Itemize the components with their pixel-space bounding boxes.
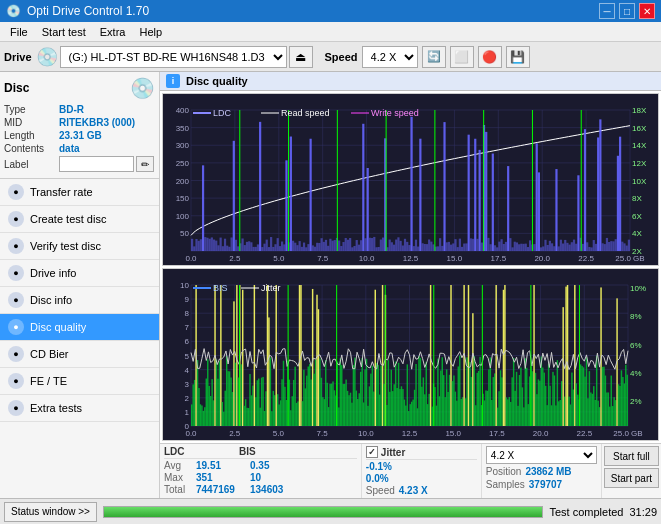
- nav-label-verify-test-disc: Verify test disc: [30, 240, 101, 252]
- menu-help[interactable]: Help: [133, 25, 168, 39]
- lower-chart-canvas: [163, 269, 658, 440]
- menubar: File Start test Extra Help: [0, 22, 661, 42]
- speed-stat-label: Speed: [366, 485, 395, 496]
- drive-select[interactable]: (G:) HL-DT-ST BD-RE WH16NS48 1.D3: [60, 46, 287, 68]
- disc-mid-label: MID: [4, 117, 59, 128]
- total-label: Total: [164, 484, 192, 495]
- bis-avg: 0.35: [250, 460, 290, 471]
- disc-header: Disc 💿: [4, 76, 155, 100]
- samples-label: Samples: [486, 479, 525, 490]
- speed-select[interactable]: 4.2 X: [362, 46, 418, 68]
- eject-button[interactable]: ⏏: [289, 46, 313, 68]
- nav-icon-create-test-disc: ●: [8, 211, 24, 227]
- nav-label-drive-info: Drive info: [30, 267, 76, 279]
- disc-label-edit-button[interactable]: ✏: [136, 156, 154, 172]
- nav-icon-cd-bier: ●: [8, 346, 24, 362]
- jitter-avg: -0.1%: [366, 461, 392, 472]
- disc-mid-row: MID RITEKBR3 (000): [4, 117, 155, 128]
- disc-length-value: 23.31 GB: [59, 130, 155, 141]
- bis-total: 134603: [250, 484, 290, 495]
- ldc-avg: 19.51: [196, 460, 246, 471]
- sidebar-item-transfer-rate[interactable]: ●Transfer rate: [0, 179, 159, 206]
- status-window-button[interactable]: Status window >>: [4, 502, 97, 522]
- nav-icon-fe-te: ●: [8, 373, 24, 389]
- samples-value: 379707: [529, 479, 562, 490]
- bis-header: BIS: [239, 446, 284, 457]
- sidebar-item-disc-info[interactable]: ●Disc info: [0, 287, 159, 314]
- disc-length-row: Length 23.31 GB: [4, 130, 155, 141]
- main-area: Disc 💿 Type BD-R MID RITEKBR3 (000) Leng…: [0, 72, 661, 498]
- burn-button[interactable]: 🔴: [478, 46, 502, 68]
- disc-label-row: Label ✏: [4, 156, 155, 172]
- charts-container: [160, 91, 661, 443]
- sidebar-item-drive-info[interactable]: ●Drive info: [0, 260, 159, 287]
- speed-label: Speed: [325, 51, 358, 63]
- nav-icon-disc-info: ●: [8, 292, 24, 308]
- ldc-header: LDC: [164, 446, 219, 457]
- disc-contents-label: Contents: [4, 143, 59, 154]
- disc-section-title: Disc: [4, 81, 29, 95]
- stats-bar: LDC BIS Avg 19.51 0.35 Max 351 10 Total …: [160, 443, 661, 498]
- speed-stat-value: 4.23 X: [399, 485, 428, 496]
- sidebar-item-fe-te[interactable]: ●FE / TE: [0, 368, 159, 395]
- status-text: Test completed: [549, 506, 623, 518]
- progress-bar-fill: [104, 507, 543, 517]
- menu-extra[interactable]: Extra: [94, 25, 132, 39]
- action-buttons: Start full Start part: [602, 444, 661, 498]
- avg-label: Avg: [164, 460, 192, 471]
- nav-label-disc-info: Disc info: [30, 294, 72, 306]
- sidebar-item-cd-bier[interactable]: ●CD Bier: [0, 341, 159, 368]
- app-title: Opti Drive Control 1.70: [27, 4, 149, 18]
- minimize-button[interactable]: ─: [599, 3, 615, 19]
- nav-label-extra-tests: Extra tests: [30, 402, 82, 414]
- sidebar-item-verify-test-disc[interactable]: ●Verify test disc: [0, 233, 159, 260]
- disc-quality-title: Disc quality: [186, 75, 248, 87]
- disc-length-label: Length: [4, 130, 59, 141]
- jitter-header: Jitter: [381, 447, 405, 458]
- ldc-total: 7447169: [196, 484, 246, 495]
- disc-type-row: Type BD-R: [4, 104, 155, 115]
- menu-file[interactable]: File: [4, 25, 34, 39]
- nav-icon-disc-quality: ●: [8, 319, 24, 335]
- speed-stat-select[interactable]: 4.2 X: [486, 446, 597, 464]
- start-full-button[interactable]: Start full: [604, 446, 659, 466]
- disc-contents-row: Contents data: [4, 143, 155, 154]
- nav-label-fe-te: FE / TE: [30, 375, 67, 387]
- drive-label: Drive: [4, 51, 32, 63]
- sidebar-item-create-test-disc[interactable]: ●Create test disc: [0, 206, 159, 233]
- disc-quality-header: i Disc quality: [160, 72, 661, 91]
- sidebar: Disc 💿 Type BD-R MID RITEKBR3 (000) Leng…: [0, 72, 160, 498]
- start-part-button[interactable]: Start part: [604, 468, 659, 488]
- max-label: Max: [164, 472, 192, 483]
- menu-start-test[interactable]: Start test: [36, 25, 92, 39]
- jitter-checkbox[interactable]: ✓: [366, 446, 378, 458]
- titlebar: 💿 Opti Drive Control 1.70 ─ □ ✕: [0, 0, 661, 22]
- bis-max: 10: [250, 472, 290, 483]
- sidebar-nav: ●Transfer rate●Create test disc●Verify t…: [0, 179, 159, 422]
- nav-label-create-test-disc: Create test disc: [30, 213, 106, 225]
- nav-label-transfer-rate: Transfer rate: [30, 186, 93, 198]
- save-button[interactable]: 💾: [506, 46, 530, 68]
- nav-icon-transfer-rate: ●: [8, 184, 24, 200]
- sidebar-item-extra-tests[interactable]: ●Extra tests: [0, 395, 159, 422]
- maximize-button[interactable]: □: [619, 3, 635, 19]
- disc-section: Disc 💿 Type BD-R MID RITEKBR3 (000) Leng…: [0, 72, 159, 179]
- ldc-max: 351: [196, 472, 246, 483]
- sidebar-item-disc-quality[interactable]: ●Disc quality: [0, 314, 159, 341]
- lower-chart: [162, 268, 659, 441]
- close-button[interactable]: ✕: [639, 3, 655, 19]
- disc-quality-icon: i: [166, 74, 180, 88]
- statusbar: Status window >> Test completed 31:29: [0, 498, 661, 524]
- progress-bar-container: [103, 506, 544, 518]
- disc-type-label: Type: [4, 104, 59, 115]
- disc-label-input[interactable]: [59, 156, 134, 172]
- disc-type-value: BD-R: [59, 104, 155, 115]
- disc-label-label: Label: [4, 159, 59, 170]
- erase-button[interactable]: ⬜: [450, 46, 474, 68]
- position-value: 23862 MB: [525, 466, 571, 477]
- refresh-button[interactable]: 🔄: [422, 46, 446, 68]
- status-time: 31:29: [629, 506, 657, 518]
- jitter-max: 0.0%: [366, 473, 389, 484]
- nav-icon-drive-info: ●: [8, 265, 24, 281]
- app-icon: 💿: [6, 4, 21, 18]
